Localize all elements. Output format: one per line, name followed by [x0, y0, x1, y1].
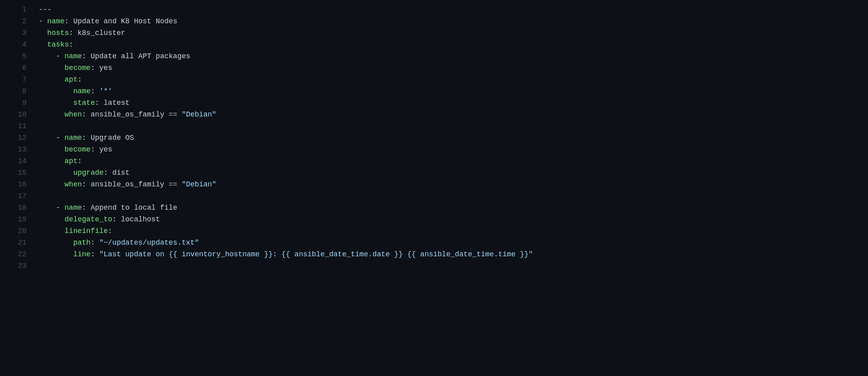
token-plain: latest	[104, 99, 130, 107]
token-key: state	[73, 99, 95, 107]
code-line[interactable]	[39, 260, 868, 272]
token-punct: :	[91, 87, 100, 95]
code-area[interactable]: ---- name: Update and K8 Host Nodes host…	[39, 4, 868, 376]
token-punct: :	[112, 215, 121, 223]
code-line[interactable]: - name: Append to local file	[39, 202, 868, 214]
token-key: hosts	[47, 29, 69, 37]
line-number: 9	[0, 97, 26, 109]
line-number: 13	[0, 144, 26, 155]
code-line[interactable]: tasks:	[39, 39, 868, 51]
line-number: 1	[0, 4, 26, 16]
code-line[interactable]: hosts: k8s_cluster	[39, 27, 868, 39]
token-key: become	[65, 145, 91, 153]
token-punct	[39, 157, 65, 165]
token-string: "Last update on {{ inventory_hostname }}…	[99, 250, 533, 258]
line-number: 20	[0, 225, 26, 237]
line-number: 6	[0, 62, 26, 74]
line-number: 11	[0, 121, 26, 132]
token-plain: ansible_os_family ==	[91, 180, 182, 188]
token-punct: :	[69, 29, 78, 37]
token-key: name	[47, 17, 65, 25]
token-key: path	[73, 239, 90, 247]
token-plain: k8s_cluster	[77, 29, 125, 37]
token-punct	[39, 180, 65, 188]
code-line[interactable]: state: latest	[39, 97, 868, 109]
token-punct: :	[104, 169, 112, 177]
token-key: name	[65, 52, 82, 60]
token-punct	[39, 41, 47, 49]
code-line[interactable]: - name: Update all APT packages	[39, 51, 868, 62]
code-line[interactable]: become: yes	[39, 144, 868, 155]
token-punct	[39, 227, 65, 235]
token-plain: Update all APT packages	[91, 52, 190, 60]
token-key: name	[73, 87, 90, 95]
token-key: name	[65, 204, 82, 212]
code-editor[interactable]: 1234567891011121314151617181920212223 --…	[0, 0, 868, 376]
code-line[interactable]: delegate_to: localhost	[39, 214, 868, 225]
line-number: 21	[0, 237, 26, 249]
token-punct: :	[82, 134, 91, 142]
token-punct: :	[91, 64, 100, 72]
token-punct: :	[91, 239, 100, 247]
line-number: 22	[0, 249, 26, 260]
token-string: '*'	[99, 87, 112, 95]
line-number: 23	[0, 260, 26, 272]
token-punct	[39, 76, 65, 84]
token-punct	[39, 99, 73, 107]
code-line[interactable]: apt:	[39, 74, 868, 86]
line-number: 4	[0, 39, 26, 51]
token-punct: :	[95, 99, 104, 107]
token-punct	[39, 250, 73, 258]
code-line[interactable]: - name: Update and K8 Host Nodes	[39, 16, 868, 27]
token-punct: -	[39, 204, 65, 212]
code-line[interactable]	[39, 121, 868, 132]
line-number: 2	[0, 16, 26, 27]
code-line[interactable]	[39, 190, 868, 202]
token-punct	[39, 29, 47, 37]
token-punct	[39, 169, 73, 177]
token-punct	[39, 87, 73, 95]
code-line[interactable]: become: yes	[39, 62, 868, 74]
token-punct: :	[69, 41, 73, 49]
token-plain: dist	[112, 169, 130, 177]
line-number: 18	[0, 202, 26, 214]
line-number: 5	[0, 51, 26, 62]
code-line[interactable]: path: "~/updates/updates.txt"	[39, 237, 868, 249]
token-punct: :	[82, 180, 91, 188]
code-line[interactable]: upgrade: dist	[39, 167, 868, 179]
code-line[interactable]: ---	[39, 4, 868, 16]
token-key: line	[73, 250, 90, 258]
token-key: apt	[65, 157, 77, 165]
token-key: delegate_to	[65, 215, 112, 223]
token-punct: :	[65, 17, 73, 25]
token-punct: :	[82, 204, 91, 212]
token-punct	[39, 64, 65, 72]
code-line[interactable]: apt:	[39, 155, 868, 167]
code-line[interactable]: when: ansible_os_family == "Debian"	[39, 179, 868, 190]
token-plain: Update and K8 Host Nodes	[73, 17, 177, 25]
token-punct: :	[82, 52, 91, 60]
token-punct: :	[77, 157, 82, 165]
token-plain: yes	[99, 64, 112, 72]
code-line[interactable]: lineinfile:	[39, 225, 868, 237]
token-plain: Upgrade OS	[91, 134, 134, 142]
token-punct: -	[39, 134, 65, 142]
token-punct: -	[39, 17, 47, 25]
code-line[interactable]: - name: Upgrade OS	[39, 132, 868, 144]
line-number-gutter: 1234567891011121314151617181920212223	[0, 4, 39, 376]
token-plain: localhost	[121, 215, 160, 223]
line-number: 12	[0, 132, 26, 144]
line-number: 16	[0, 179, 26, 190]
code-line[interactable]: name: '*'	[39, 86, 868, 97]
token-plain: ansible_os_family ==	[91, 110, 182, 119]
token-plain: ---	[39, 6, 51, 14]
token-punct: :	[91, 250, 100, 258]
token-punct: :	[82, 110, 91, 119]
token-key: upgrade	[73, 169, 104, 177]
code-line[interactable]: when: ansible_os_family == "Debian"	[39, 109, 868, 121]
token-string: "~/updates/updates.txt"	[99, 239, 199, 247]
token-punct	[39, 110, 65, 119]
code-line[interactable]: line: "Last update on {{ inventory_hostn…	[39, 249, 868, 260]
token-key: when	[65, 110, 82, 119]
token-punct	[39, 215, 65, 223]
